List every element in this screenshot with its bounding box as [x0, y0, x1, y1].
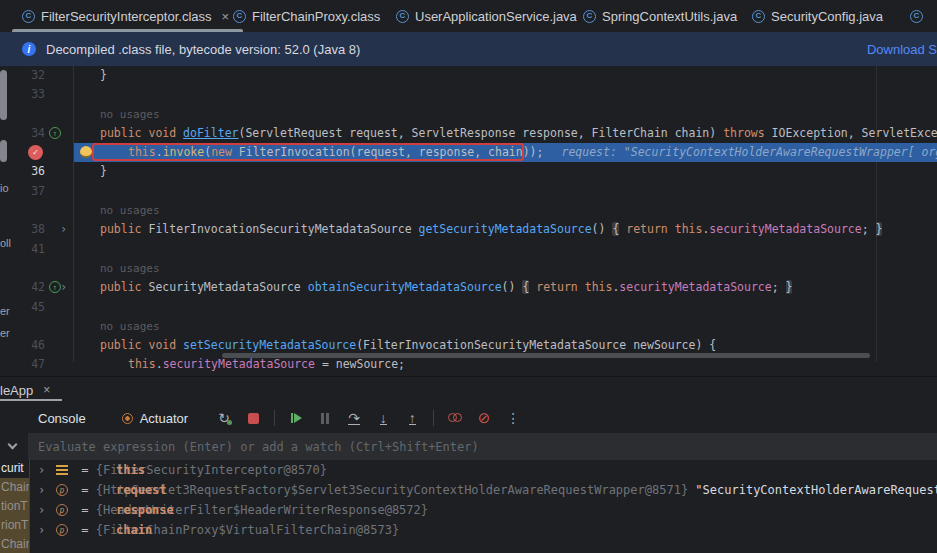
pause-icon[interactable] — [317, 410, 333, 426]
code-token: public void — [100, 126, 183, 140]
chevron-right-icon[interactable]: › — [38, 480, 45, 500]
code-line — [78, 240, 100, 259]
editor-tab[interactable]: C — [910, 0, 923, 32]
gutter: ✓ — [0, 143, 78, 162]
editor-tab[interactable]: CFilterSecurityInterceptor.class× — [22, 0, 229, 32]
code-line: } — [78, 66, 107, 85]
this-icon — [56, 465, 68, 475]
editor-tab[interactable]: CSpringContextUtils.java — [583, 0, 737, 32]
variable-row[interactable]: ›this = {FilterSecurityInterceptor@8570} — [32, 460, 937, 480]
chevron-right-icon[interactable]: › — [38, 520, 45, 540]
more-icon[interactable]: ⋮ — [505, 410, 521, 426]
breakpoint-icon[interactable]: ✓ — [28, 145, 43, 160]
frames-panel-fragment: curitChaintionTrionTChain — [0, 459, 30, 553]
view-breakpoints-icon[interactable] — [447, 410, 463, 426]
chevron-right-icon[interactable]: › — [38, 460, 45, 480]
mute-breakpoints-icon[interactable]: ⊘ — [476, 410, 492, 426]
editor-row[interactable]: no usages — [0, 201, 937, 220]
fold-arrow-icon[interactable]: › — [60, 278, 67, 297]
close-icon[interactable]: × — [43, 383, 50, 397]
editor-row[interactable]: ✓this.invoke(new FilterInvocation(reques… — [0, 143, 937, 162]
gutter — [0, 105, 78, 124]
chevron-down-icon[interactable] — [8, 440, 18, 450]
implements-icon[interactable]: ↑ — [49, 127, 61, 139]
code-line — [78, 182, 100, 201]
frame-row-fragment[interactable]: Chain — [0, 478, 29, 497]
code-token: securityMetadataSource — [709, 222, 861, 236]
frame-row-fragment[interactable]: curit — [0, 459, 29, 478]
close-icon[interactable]: × — [222, 9, 230, 24]
editor-tab[interactable]: CUserApplicationService.java — [396, 0, 577, 32]
editor-row[interactable]: no usages — [0, 317, 937, 336]
code-editor[interactable]: 32}33no usages34↑public void doFilter(Se… — [0, 66, 937, 376]
fold-arrow-icon[interactable]: › — [60, 220, 67, 239]
editor-row[interactable]: 34↑public void doFilter(ServletRequest r… — [0, 124, 937, 143]
editor-row[interactable]: no usages — [0, 105, 937, 124]
editor-row[interactable]: 45 — [0, 298, 937, 317]
editor-row[interactable]: no usages — [0, 259, 937, 278]
frame-row-fragment[interactable]: tionT — [0, 497, 29, 516]
horizontal-scrollbar[interactable] — [222, 353, 870, 358]
code-token: this — [128, 357, 156, 371]
download-sources-link[interactable]: Download S — [867, 42, 937, 57]
frame-row-fragment[interactable]: rionT — [0, 516, 29, 535]
editor-tab[interactable]: CFilterChainProxy.class — [233, 0, 380, 32]
code-token: (ServletRequest request, ServletResponse… — [238, 126, 723, 140]
code-token: . — [156, 357, 163, 371]
debug-toolbar: Console Actuator ↻↷↓↑⊘⋮ — [0, 403, 937, 433]
line-number: 34 — [0, 124, 45, 143]
actuator-icon — [122, 413, 133, 424]
info-icon: i — [22, 42, 36, 56]
code-token: () — [592, 222, 613, 236]
code-line: no usages — [78, 259, 160, 278]
ide-window: CFilterSecurityInterceptor.class×CFilter… — [0, 0, 937, 553]
scrollbar-fragment — [0, 70, 7, 120]
editor-row[interactable]: 36} — [0, 162, 937, 181]
frame-row-fragment[interactable]: Chain — [0, 535, 29, 553]
code-line — [78, 85, 100, 104]
step-into-icon[interactable]: ↓ — [375, 410, 391, 426]
code-token: } — [100, 164, 107, 178]
usages-hint: no usages — [100, 262, 160, 275]
console-tab[interactable]: Console — [38, 411, 86, 426]
step-out-icon[interactable]: ↑ — [404, 410, 420, 426]
resume-icon[interactable] — [288, 410, 304, 426]
editor-row[interactable]: 32} — [0, 66, 937, 85]
usages-hint: no usages — [100, 320, 160, 333]
actuator-tab[interactable]: Actuator — [122, 411, 188, 426]
step-out-glyph: ↑ — [409, 412, 416, 425]
variables-panel: ›this = {FilterSecurityInterceptor@8570}… — [32, 460, 937, 553]
editor-row[interactable]: 38›public FilterInvocationSecurityMetada… — [0, 220, 937, 239]
code-line: public void doFilter(ServletRequest requ… — [78, 124, 937, 143]
variable-value: {HttpServlet3RequestFactory$Servlet3Secu… — [96, 483, 688, 497]
editor-row[interactable]: 47this.securityMetadataSource = newSourc… — [0, 355, 937, 374]
run-config-tab[interactable]: leApp × — [0, 379, 50, 401]
gutter: 47 — [0, 355, 78, 374]
chevron-right-icon[interactable]: › — [38, 500, 45, 520]
class-icon: C — [752, 10, 765, 23]
code-token: = newSource; — [315, 357, 405, 371]
code-token: ; — [862, 222, 876, 236]
editor-row[interactable]: 42↑›public SecurityMetadataSource obtain… — [0, 278, 937, 297]
stop-icon[interactable] — [245, 410, 261, 426]
rerun-icon[interactable]: ↻ — [216, 410, 232, 426]
code-token: } — [876, 222, 883, 236]
run-config-tab-label: leApp — [0, 383, 33, 398]
code-token: return this — [536, 280, 612, 294]
code-token: securityMetadataSource — [163, 357, 315, 371]
evaluate-expression-input[interactable] — [28, 433, 937, 460]
variable-name: request — [116, 480, 167, 500]
editor-row[interactable]: 37 — [0, 182, 937, 201]
variable-row[interactable]: ›presponse = {HeaderWriterFilter$HeaderW… — [32, 500, 937, 520]
gutter: 46 — [0, 336, 78, 355]
variable-row[interactable]: ›pchain = {FilterChainProxy$VirtualFilte… — [32, 520, 937, 540]
editor-row[interactable]: 33 — [0, 85, 937, 104]
code-line: no usages — [78, 201, 160, 220]
editor-row[interactable]: 41 — [0, 240, 937, 259]
step-over-icon[interactable]: ↷ — [346, 410, 362, 426]
variable-name: chain — [116, 520, 152, 540]
editor-tab[interactable]: CSecurityConfig.java — [752, 0, 883, 32]
variable-row[interactable]: ›prequest = {HttpServlet3RequestFactory$… — [32, 480, 937, 500]
code-token: } — [786, 280, 793, 294]
pause-bar — [321, 413, 324, 424]
